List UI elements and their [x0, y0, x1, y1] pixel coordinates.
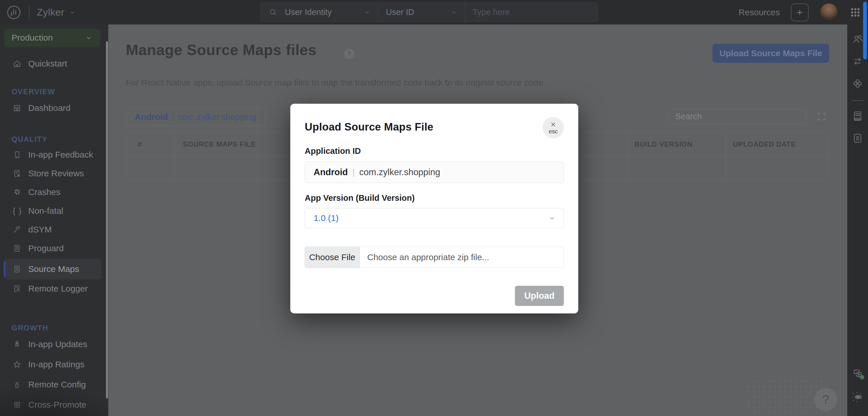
- app-version-label: App Version (Build Version): [305, 193, 564, 203]
- column-header-build-version: BUILD VERSION: [628, 133, 726, 155]
- modal-header: Upload Source Maps File esc: [305, 117, 564, 138]
- user-avatar[interactable]: [819, 3, 838, 22]
- tab-android-app[interactable]: Android | com.zylker.shopping: [126, 108, 265, 126]
- sidebar-scrollbar[interactable]: [106, 41, 108, 398]
- file-placeholder: Choose an appropriate zip file...: [360, 252, 489, 262]
- dictionary-icon: [851, 110, 864, 122]
- document-lines-icon: [13, 244, 21, 252]
- modal-footer: Upload: [305, 286, 564, 306]
- add-button[interactable]: [791, 3, 809, 21]
- sidebar-item-dashboard[interactable]: Dashboard: [0, 100, 108, 116]
- notification-dot: [860, 375, 864, 379]
- application-platform: Android: [314, 167, 348, 177]
- search-field-dropdown[interactable]: User ID: [378, 3, 465, 22]
- sidebar-item-inapp-feedback[interactable]: In-app Feedback: [0, 147, 108, 163]
- sidebar-item-crashes[interactable]: Crashes: [0, 184, 108, 200]
- search-category-dropdown[interactable]: User Identity: [277, 3, 378, 22]
- sidebar: Production Quickstart OVERVIEW Dashboard…: [0, 25, 108, 416]
- chevron-down-icon: [451, 9, 457, 16]
- app-root: Zylker User Identity User ID Resources: [0, 0, 868, 416]
- chevron-down-icon: [85, 34, 93, 42]
- sidebar-item-non-fatal[interactable]: { } Non-fatal: [0, 203, 108, 219]
- section-quality: QUALITY: [11, 135, 48, 144]
- search-input[interactable]: [465, 3, 597, 22]
- swap-arrows-icon: [851, 55, 864, 67]
- chevron-down-icon: [548, 214, 556, 222]
- sidebar-item-label: Non-fatal: [28, 206, 63, 216]
- brand-divider: [29, 6, 29, 19]
- close-icon: [550, 121, 557, 128]
- sidebar-item-label: dSYM: [28, 225, 52, 235]
- sidebar-item-label: Source Maps: [28, 264, 79, 274]
- sidebar-item-label: In-app Ratings: [28, 360, 84, 369]
- document-search-icon: [13, 284, 21, 293]
- plus-icon: [796, 8, 804, 17]
- app-version-value: 1.0 (1): [314, 213, 339, 223]
- sidebar-item-source-maps[interactable]: Source Maps: [0, 261, 108, 277]
- choose-file-button[interactable]: Choose File: [305, 247, 360, 268]
- theme-toggle-button[interactable]: [851, 391, 864, 404]
- column-header-uploaded-date: UPLOADED DATE: [726, 133, 828, 155]
- document-icon: [851, 132, 864, 144]
- project-name: Zylker: [37, 7, 64, 18]
- page-scrollbar-thumb[interactable]: [863, 2, 867, 59]
- apptics-logo-icon[interactable]: [6, 5, 21, 20]
- table-search-input[interactable]: [668, 109, 806, 124]
- application-id-separator: |: [352, 168, 355, 177]
- sidebar-item-dsym[interactable]: dSYM: [0, 221, 108, 238]
- crash-burst-icon: [13, 188, 21, 197]
- braces-icon: { }: [13, 206, 21, 215]
- app-version-select[interactable]: 1.0 (1): [305, 208, 564, 228]
- tab-separator: |: [172, 112, 174, 122]
- upload-submit-button[interactable]: Upload: [515, 286, 564, 306]
- users-icon: [851, 33, 864, 45]
- modal-title: Upload Source Maps File: [305, 121, 433, 133]
- topbar-right: Resources: [739, 0, 862, 25]
- sidebar-item-remote-logger[interactable]: Remote Logger: [0, 280, 108, 297]
- sidebar-item-store-reviews[interactable]: Store Reviews: [0, 166, 108, 181]
- sidebar-item-proguard[interactable]: Proguard: [0, 240, 108, 257]
- star-icon: [13, 360, 21, 369]
- sidebar-item-label: Dashboard: [28, 103, 70, 113]
- esc-label: esc: [549, 128, 558, 134]
- help-button[interactable]: ?: [814, 388, 837, 411]
- sidebar-corner-decoration: [0, 381, 108, 416]
- sidebar-item-label: In-app Feedback: [28, 150, 93, 159]
- global-search-bar: User Identity User ID: [260, 2, 598, 22]
- rail-users-button[interactable]: [851, 33, 864, 46]
- sidebar-item-quickstart[interactable]: Quickstart: [0, 56, 108, 72]
- rail-integrations-button[interactable]: [851, 78, 864, 90]
- sidebar-item-label: Crashes: [28, 187, 60, 197]
- chevron-down-icon: [364, 9, 371, 16]
- clover-icon: [851, 78, 864, 90]
- tab-platform-label: Android: [135, 112, 168, 122]
- tab-app-id: com.zylker.shopping: [178, 112, 256, 122]
- apps-grid-icon[interactable]: [849, 6, 862, 19]
- upload-source-maps-button[interactable]: Upload Source Maps File: [712, 44, 829, 63]
- brand-group: Zylker: [6, 0, 76, 25]
- environment-selector[interactable]: Production: [4, 29, 100, 47]
- fullscreen-button[interactable]: [817, 112, 827, 122]
- application-id-field[interactable]: Android | com.zylker.shopping: [305, 161, 564, 183]
- document-star-icon: [13, 169, 21, 178]
- home-icon: [13, 59, 21, 68]
- modal-close-button[interactable]: esc: [542, 117, 564, 138]
- dashboard-icon: [13, 104, 21, 112]
- sidebar-item-inapp-updates[interactable]: In-app Updates: [0, 336, 108, 352]
- page-title: Manage Source Maps files: [126, 41, 316, 58]
- section-growth: GROWTH: [11, 324, 48, 332]
- sidebar-item-inapp-ratings[interactable]: In-app Ratings: [0, 356, 108, 373]
- search-field-value: User ID: [386, 7, 414, 17]
- search-category-value: User Identity: [285, 7, 332, 17]
- title-help-badge[interactable]: ?: [344, 49, 354, 59]
- rail-transfer-button[interactable]: [851, 55, 864, 68]
- project-switcher[interactable]: Zylker: [37, 7, 76, 18]
- rail-divider: [852, 100, 863, 101]
- hammer-icon: [13, 225, 21, 234]
- resources-menu[interactable]: Resources: [739, 7, 780, 17]
- rail-glossary-button[interactable]: [851, 110, 864, 123]
- rail-docs-button[interactable]: [851, 132, 864, 145]
- application-id-label: Application ID: [305, 146, 564, 156]
- rail-feedback-button[interactable]: [851, 367, 864, 380]
- column-header-index: #: [127, 133, 175, 155]
